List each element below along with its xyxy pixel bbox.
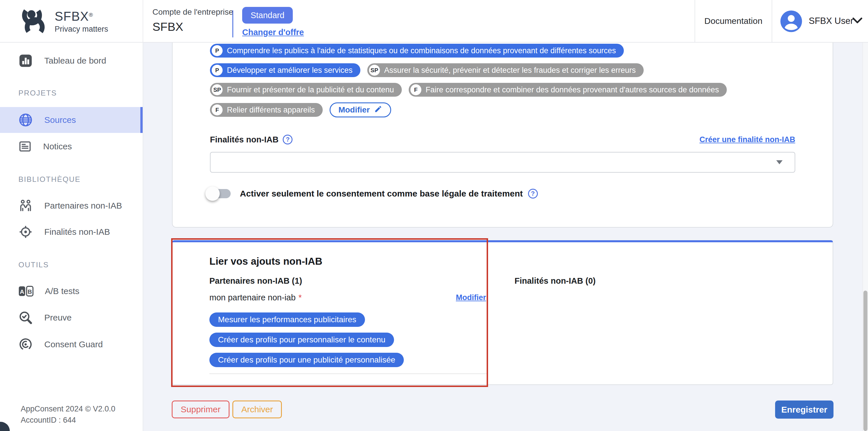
modify-purposes-label: Modifier	[339, 105, 370, 115]
user-avatar-icon[interactable]	[779, 9, 803, 33]
sidebar-item-label: Notices	[43, 142, 72, 151]
modify-purposes-button[interactable]: Modifier	[330, 102, 391, 117]
header-divider	[772, 0, 772, 42]
select-caret-icon	[776, 160, 782, 164]
purpose-chip-label: Faire correspondre et combiner des donné…	[426, 86, 719, 94]
toggle-knob	[205, 186, 220, 201]
purpose-type-badge: P	[212, 65, 223, 76]
partner-row: mon partenaire non-iab* Modifier	[209, 293, 486, 302]
registered-mark: ®	[89, 12, 93, 18]
app-version: AppConsent 2024 © V2.0.0	[21, 403, 115, 414]
purpose-type-badge: SP	[369, 65, 380, 76]
purpose-chip: SP Assurer la sécurité, prévenir et déte…	[367, 63, 644, 77]
consent-only-toggle-row: Activer seulement le consentement comme …	[207, 188, 538, 199]
purpose-chip-label: Fournir et présenter de la publicité et …	[227, 86, 394, 94]
app-version-footer: AppConsent 2024 © V2.0.0 AccountID : 644	[21, 403, 115, 426]
non-iab-finalities-count-header: Finalités non-IAB (0)	[515, 276, 596, 286]
sidebar-item-label: A/B tests	[45, 286, 80, 296]
purpose-chip: SP Fournir et présenter de la publicité …	[210, 83, 402, 97]
source-settings-card: P Comprendre les publics à l'aide de sta…	[172, 42, 833, 227]
svg-text:A: A	[20, 288, 24, 295]
purpose-type-badge: F	[410, 84, 421, 95]
consent-only-toggle-label: Activer seulement le consentement comme …	[240, 189, 523, 198]
globe-icon	[18, 112, 33, 128]
sidebar-item-sources[interactable]: Sources	[0, 107, 143, 133]
sidebar-item-notices[interactable]: Notices	[0, 137, 143, 155]
purpose-type-badge: SP	[212, 84, 223, 95]
brand-wordmark: SFBX® Privacy matters	[55, 9, 108, 34]
required-asterisk: *	[299, 293, 302, 302]
magnifier-check-icon	[18, 310, 33, 326]
decorative-logo-fragment	[0, 422, 10, 431]
sidebar-item-label: Partenaires non-IAB	[44, 201, 122, 211]
sidebar-item-consent-guard[interactable]: Consent Guard	[0, 336, 143, 353]
purpose-chip: F Relier différents appareils	[210, 103, 323, 117]
sidebar-section-outils: OUTILS	[19, 260, 49, 269]
sidebar-item-label: Consent Guard	[44, 339, 103, 349]
delete-button[interactable]: Supprimer	[172, 400, 229, 418]
account-label: Compte de l'entreprise	[152, 7, 233, 17]
sidebar-item-ab-tests[interactable]: A B A/B tests	[0, 282, 143, 300]
non-iab-finalities-select[interactable]	[210, 152, 795, 173]
non-iab-finalities-row: Finalités non-IAB ? Créer une finalité n…	[210, 135, 795, 145]
plan-badge: Standard	[242, 7, 293, 24]
user-menu[interactable]: SFBX User	[809, 0, 853, 42]
partner-purposes-list: Mesurer les performances publicitaires C…	[209, 312, 404, 367]
notices-icon	[18, 139, 32, 154]
header-blue-divider	[232, 10, 233, 37]
brand-logo: SFBX® Privacy matters	[0, 0, 143, 42]
scrollbar-thumb[interactable]	[863, 290, 867, 431]
top-bar: SFBX® Privacy matters Compte de l'entrep…	[0, 0, 868, 42]
sidebar-section-projets: PROJETS	[19, 89, 57, 97]
documentation-link[interactable]: Documentation	[695, 0, 772, 42]
sidebar-item-label: Finalités non-IAB	[44, 227, 110, 237]
non-iab-partners-header: Partenaires non-IAB (1)	[209, 276, 302, 286]
purpose-chip-label: Assurer la sécurité, prévenir et détecte…	[384, 66, 636, 75]
create-finality-link[interactable]: Créer une finalité non-IAB	[700, 135, 795, 144]
help-icon[interactable]: ?	[528, 189, 538, 198]
account-name: SFBX	[152, 20, 233, 34]
help-icon[interactable]: ?	[283, 135, 292, 145]
sidebar: Tableau de bord PROJETS Sources Not	[0, 42, 143, 431]
company-account-block: Compte de l'entreprise SFBX	[152, 7, 233, 34]
sidebar-item-preuve[interactable]: Preuve	[0, 309, 143, 327]
sidebar-item-label: Sources	[44, 115, 76, 125]
consent-only-toggle[interactable]	[207, 188, 232, 199]
appconsent-page: SFBX® Privacy matters Compte de l'entrep…	[0, 0, 868, 431]
save-button[interactable]: Enregistrer	[775, 400, 834, 419]
brand-name: SFBX	[55, 9, 89, 23]
non-iab-finalities-label: Finalités non-IAB	[210, 135, 278, 145]
purpose-chip: P Développer et améliorer les services	[210, 63, 360, 77]
purpose-type-badge: P	[212, 45, 223, 56]
ab-test-icon: A B	[18, 284, 34, 298]
change-offer-link[interactable]: Changer d'offre	[242, 28, 304, 37]
sfbx-logo-icon	[18, 4, 48, 38]
purpose-chip: F Faire correspondre et combiner des don…	[409, 83, 727, 97]
partner-purpose-chip: Mesurer les performances publicitaires	[209, 312, 365, 327]
active-indicator	[141, 107, 143, 133]
iab-purposes-list: P Comprendre les publics à l'aide de sta…	[210, 44, 727, 123]
pencil-icon	[374, 105, 382, 115]
sidebar-item-partenaires-non-iab[interactable]: Partenaires non-IAB	[0, 197, 143, 215]
purpose-chip-label: Développer et améliorer les services	[227, 66, 352, 75]
dashboard-icon	[18, 53, 33, 68]
partners-icon	[18, 198, 33, 214]
sidebar-item-finalites-non-iab[interactable]: Finalités non-IAB	[0, 223, 143, 241]
purpose-type-badge: F	[212, 104, 223, 115]
sidebar-item-label: Tableau de bord	[44, 56, 106, 66]
partner-name: mon partenaire non-iab	[209, 293, 296, 302]
partner-purpose-chip: Créer des profils pour personnaliser le …	[209, 333, 394, 347]
chevron-down-icon[interactable]	[852, 17, 863, 25]
purpose-chip-label: Relier différents appareils	[227, 105, 315, 115]
sidebar-section-bibliotheque: BIBLIOTHÈQUE	[19, 175, 81, 184]
link-non-iab-card: Lier vos ajouts non-IAB Partenaires non-…	[172, 240, 833, 385]
account-id: AccountID : 644	[21, 414, 115, 426]
archive-button[interactable]: Archiver	[232, 400, 282, 418]
sidebar-item-label: Preuve	[44, 313, 72, 322]
partner-purpose-chip: Créer des profils pour une publicité per…	[209, 353, 404, 367]
brand-tagline: Privacy matters	[55, 25, 108, 34]
sidebar-item-dashboard[interactable]: Tableau de bord	[0, 52, 143, 70]
partner-list-divider	[209, 373, 488, 374]
svg-text:B: B	[28, 288, 32, 295]
modify-partner-link[interactable]: Modifier	[456, 293, 486, 302]
